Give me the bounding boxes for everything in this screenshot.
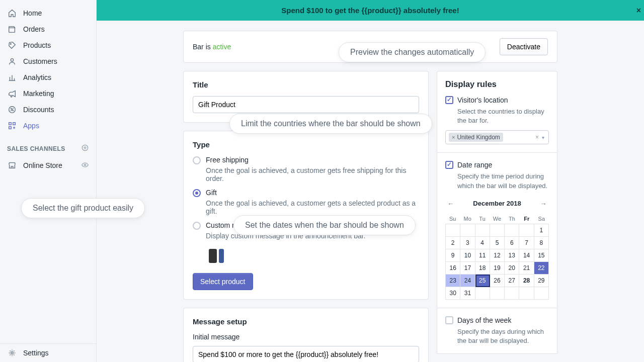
cal-day[interactable]: 30 xyxy=(446,287,460,300)
display-rules-heading: Display rules xyxy=(445,79,549,89)
radio-icon xyxy=(193,222,201,230)
cal-day xyxy=(505,287,519,300)
nav-home[interactable]: Home xyxy=(0,5,96,21)
country-tag: × United Kingdom xyxy=(449,133,503,142)
cal-day[interactable]: 10 xyxy=(460,249,475,262)
cal-day[interactable]: 26 xyxy=(490,275,505,287)
cal-day[interactable]: 7 xyxy=(519,237,534,249)
calendar-grid: 1 2 3 4 5 6 7 8 9 10 11 xyxy=(445,224,549,300)
initial-message-label: Initial message xyxy=(193,333,419,341)
cal-day[interactable]: 12 xyxy=(490,249,505,262)
cal-day[interactable]: 3 xyxy=(460,237,475,249)
cal-day[interactable]: 29 xyxy=(534,275,549,287)
radio-free-shipping[interactable]: Free shipping xyxy=(193,156,419,164)
nav-apps[interactable]: Apps xyxy=(0,118,96,134)
cal-day[interactable]: 25 xyxy=(475,275,490,287)
nav-customers[interactable]: Customers xyxy=(0,53,96,69)
nav-analytics[interactable]: Analytics xyxy=(0,69,96,85)
cal-dayheader: Fr xyxy=(519,214,534,224)
callout-countries: Limit the countries where the bar should… xyxy=(229,114,432,134)
nav-label: Apps xyxy=(23,122,39,130)
callout-preview: Preview the changes automatically xyxy=(339,42,486,62)
cal-day[interactable]: 4 xyxy=(475,237,490,249)
display-rules-card: Display rules Visitor's location Select … xyxy=(437,71,557,354)
cal-day[interactable]: 28 xyxy=(519,275,534,287)
checkbox-icon xyxy=(445,96,453,104)
cal-day xyxy=(460,224,475,237)
cal-day xyxy=(505,224,519,237)
message-heading: Message setup xyxy=(193,317,419,326)
svg-point-9 xyxy=(84,164,86,165)
cal-day[interactable]: 2 xyxy=(446,237,460,249)
cal-day[interactable]: 21 xyxy=(519,262,534,275)
view-store-icon[interactable] xyxy=(81,161,89,170)
nav-marketing[interactable]: Marketing xyxy=(0,85,96,102)
check-label: Date range xyxy=(457,161,492,169)
callout-text: Select the gift product easily xyxy=(33,204,133,212)
nav-products[interactable]: Products xyxy=(0,37,96,53)
cal-day[interactable]: 8 xyxy=(534,237,549,249)
cal-day[interactable]: 18 xyxy=(475,262,490,275)
cal-day[interactable]: 17 xyxy=(460,262,475,275)
calendar-prev-icon[interactable]: ← xyxy=(445,198,456,210)
calendar-next-icon[interactable]: → xyxy=(538,198,549,210)
cal-day xyxy=(519,287,534,300)
nav-orders[interactable]: Orders xyxy=(0,21,96,37)
nav-label: Customers xyxy=(23,57,57,65)
cal-day[interactable]: 11 xyxy=(475,249,490,262)
check-label: Days of the week xyxy=(457,316,511,324)
cal-day[interactable]: 24 xyxy=(460,275,475,287)
section-label: SALES CHANNELS xyxy=(7,145,65,152)
tag-label: United Kingdom xyxy=(457,134,500,141)
cal-day[interactable]: 20 xyxy=(505,262,519,275)
banner-close-icon[interactable]: × xyxy=(636,6,641,15)
cal-day[interactable]: 27 xyxy=(505,275,519,287)
visitor-location-checkbox[interactable]: Visitor's location xyxy=(445,96,549,104)
cal-day[interactable]: 31 xyxy=(460,287,475,300)
cal-day[interactable]: 19 xyxy=(490,262,505,275)
chevron-down-icon[interactable]: ▾ xyxy=(541,135,545,140)
channel-online-store[interactable]: Online Store xyxy=(0,157,96,173)
initial-message-input[interactable] xyxy=(193,346,419,362)
preview-banner: Spend $100 to get the {{product}} absolu… xyxy=(97,0,644,21)
apps-icon xyxy=(7,121,17,131)
radio-gift[interactable]: Gift xyxy=(193,189,419,197)
products-icon xyxy=(7,40,17,50)
add-channel-icon[interactable] xyxy=(81,144,89,153)
cal-day[interactable]: 23 xyxy=(446,275,460,287)
nav-label: Products xyxy=(23,41,51,49)
radio-desc: Once the goal is achieved, a customer ge… xyxy=(206,166,419,183)
days-of-week-checkbox[interactable]: Days of the week xyxy=(445,316,549,324)
title-input[interactable] xyxy=(193,96,419,113)
checkbox-icon xyxy=(445,161,453,169)
nav-label: Analytics xyxy=(23,73,51,81)
nav-label: Discounts xyxy=(23,106,54,114)
title-heading: Title xyxy=(193,80,419,89)
location-desc: Select the countries to display the bar … xyxy=(457,107,549,125)
nav-settings[interactable]: Settings xyxy=(0,343,96,362)
radio-desc: Once the goal is achieved, a customer ge… xyxy=(206,199,419,215)
select-product-button[interactable]: Select product xyxy=(193,273,253,290)
cal-day[interactable]: 9 xyxy=(446,249,460,262)
cal-day[interactable]: 16 xyxy=(446,262,460,275)
cal-dayheader: We xyxy=(490,214,504,224)
cal-day[interactable]: 13 xyxy=(505,249,519,262)
remove-tag-icon[interactable]: × xyxy=(452,134,455,140)
country-select[interactable]: × United Kingdom × ▾ xyxy=(445,130,549,144)
cal-dayheader: Tu xyxy=(475,214,490,224)
product-thumbnail xyxy=(206,246,419,266)
checkbox-icon xyxy=(445,316,453,324)
nav-discounts[interactable]: Discounts xyxy=(0,102,96,118)
cal-day[interactable]: 6 xyxy=(505,237,519,249)
cal-day[interactable]: 22 xyxy=(534,262,549,275)
check-label: Visitor's location xyxy=(457,96,508,104)
analytics-icon xyxy=(7,72,17,82)
cal-day[interactable]: 1 xyxy=(534,224,549,237)
svg-point-10 xyxy=(11,352,14,354)
cal-day[interactable]: 5 xyxy=(490,237,505,249)
deactivate-button[interactable]: Deactivate xyxy=(500,38,548,55)
cal-day[interactable]: 15 xyxy=(534,249,549,262)
clear-select-icon[interactable]: × xyxy=(533,134,541,141)
date-range-checkbox[interactable]: Date range xyxy=(445,161,549,169)
cal-day[interactable]: 14 xyxy=(519,249,534,262)
